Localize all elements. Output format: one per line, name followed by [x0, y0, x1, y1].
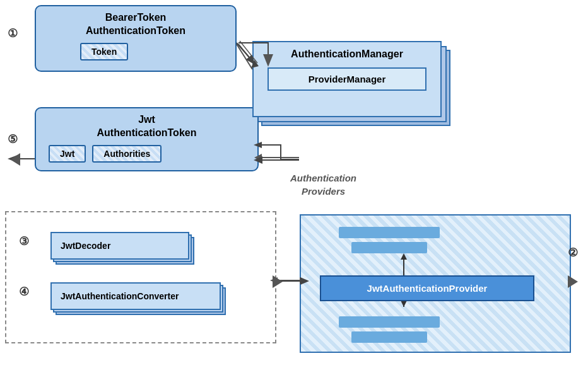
jwt-decoder-stack: JwtDecoder [50, 232, 194, 265]
bearer-token-title: BearerToken AuthenticationToken [42, 11, 229, 38]
auth-manager-title: AuthenticationManager [261, 49, 433, 60]
arrow-left-triangle [10, 153, 20, 166]
svg-marker-1 [401, 253, 407, 260]
svg-marker-3 [401, 301, 407, 307]
svg-line-13 [238, 44, 254, 63]
num2-label: ② [568, 246, 578, 260]
authorities-inner-box: Authorities [92, 145, 162, 163]
jwt-provider-outer: JwtAuthenticationProvider [300, 214, 571, 353]
jwt-token-box: Jwt AuthenticationToken Jwt Authorities [35, 107, 259, 171]
jwt-token-title: Jwt AuthenticationToken [42, 113, 251, 140]
small-bar-top1 [339, 227, 440, 238]
jwt-decoder-box: JwtDecoder [50, 232, 189, 260]
num5-label: ⑤ [8, 132, 18, 146]
jwt-converter-stack: JwtAuthenticationConverter [50, 282, 226, 315]
arrow-right-dashed [273, 275, 283, 288]
jwt-converter-box: JwtAuthenticationConverter [50, 282, 221, 310]
arrow-right-provider [568, 275, 578, 288]
svg-line-4 [237, 44, 252, 69]
small-bar-bottom1 [339, 316, 440, 328]
jwt-inner-box: Jwt [49, 145, 86, 163]
auth-manager-box: AuthenticationManager ProviderManager [252, 41, 442, 117]
dashed-rect [5, 211, 276, 343]
jwt-auth-provider-box: JwtAuthenticationProvider [320, 275, 534, 301]
jwt-inner-row: Jwt Authorities [42, 145, 251, 163]
num4-label: ④ [19, 285, 29, 299]
provider-manager-box: ProviderManager [268, 67, 426, 91]
num3-label: ③ [19, 234, 29, 248]
auth-providers-label: Authentication Providers [290, 171, 356, 198]
diagram-container: BearerToken AuthenticationToken Token Jw… [0, 0, 588, 368]
svg-line-6 [237, 43, 254, 63]
num1-label: ① [8, 26, 18, 40]
bearer-token-box: BearerToken AuthenticationToken Token [35, 5, 237, 72]
small-bar-top2 [351, 242, 427, 253]
small-bar-bottom2 [351, 331, 427, 343]
token-inner-box: Token [80, 43, 128, 60]
